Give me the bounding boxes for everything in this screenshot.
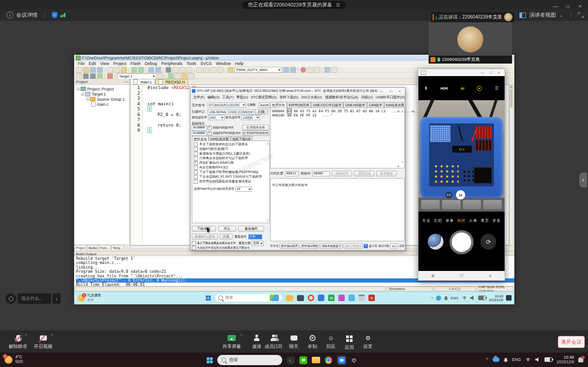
view-mode-selector[interactable]: 演讲者视图 [529, 12, 556, 19]
tab-books[interactable]: Books [87, 245, 98, 250]
start-video-button[interactable]: ^ 开启视频 [29, 334, 57, 350]
tree-item-source-group[interactable]: ⊟Source Group 1 [76, 97, 129, 102]
chat-button[interactable]: 聊天 [285, 334, 302, 350]
stc-menu-edit[interactable]: 编辑(O) [206, 95, 221, 100]
auto-align-button[interactable]: 自动对齐 [332, 171, 352, 176]
debug-icon[interactable] [324, 67, 330, 73]
ring-app-icon[interactable] [308, 295, 314, 301]
nav-recents-icon[interactable]: ≡ [431, 273, 434, 278]
maximize-button[interactable]: □ [563, 3, 573, 9]
shared-battery-icon[interactable] [478, 296, 486, 300]
stc-menu-file[interactable]: 文件(F) [192, 95, 206, 100]
baud-min-select[interactable]: 2400 [208, 115, 225, 120]
bookmark-clear-icon[interactable] [186, 67, 192, 73]
reload-checkbox[interactable] [192, 241, 196, 245]
keil-menu-peripherals[interactable]: Peripherals [159, 61, 184, 66]
panel-collapse-handle[interactable]: ‹ [579, 173, 587, 187]
option-checkbox[interactable] [194, 147, 198, 151]
mic-options-caret[interactable]: ^ [25, 334, 27, 337]
options-icon[interactable] [331, 67, 337, 73]
save-all-icon[interactable] [97, 67, 103, 73]
code-addr-input[interactable]: 0x0000 [192, 125, 207, 130]
shared-cloud-icon[interactable] [436, 296, 441, 301]
keil-menu-project[interactable]: Project [111, 61, 128, 66]
bookmark-prev-icon[interactable] [172, 67, 178, 73]
mode-portrait[interactable]: 人像 [469, 218, 477, 223]
save-data-button[interactable]: 保存数据 [376, 171, 397, 176]
mode-night[interactable]: 夜景 [481, 218, 489, 223]
new-file-icon[interactable] [76, 67, 82, 73]
tray-mic-icon[interactable] [504, 358, 506, 361]
bookmark-next-icon[interactable] [179, 67, 185, 73]
batch-build-icon[interactable] [97, 73, 103, 79]
option-checkbox[interactable] [194, 142, 198, 147]
bookmark-icon[interactable] [165, 67, 171, 73]
uncomment-icon[interactable] [217, 67, 223, 73]
open-icon[interactable] [83, 67, 89, 73]
hex-scroll-up[interactable]: ▲ [401, 109, 404, 112]
speaker-video-tile[interactable]: 2206040239李昊晟 [429, 22, 512, 64]
reactions-button[interactable]: ☺ 回应 [322, 334, 339, 350]
breakpoint-kill-icon[interactable] [314, 67, 320, 73]
stc-menu-forum[interactable]: 视频教学/技术论坛(A) [323, 95, 360, 100]
security-shield-icon[interactable]: ✓ [52, 12, 57, 18]
download-program-button[interactable]: 下载/编程 [192, 226, 216, 232]
flip-camera-button[interactable]: ⟳ [481, 234, 496, 250]
nav-back-icon[interactable]: < [489, 273, 492, 278]
shared-notification-icon[interactable] [506, 295, 512, 301]
translate-icon[interactable] [76, 73, 82, 79]
keil-menu-help[interactable]: Help [233, 61, 246, 66]
banner-menu-icon[interactable]: ☰ [336, 2, 340, 7]
members-button[interactable]: 成员(19) [262, 334, 285, 350]
indent-icon[interactable] [196, 67, 202, 73]
eeprom-addr-input[interactable]: 0x0000 [192, 131, 207, 136]
code-buffer-view[interactable]: 00000h 02 00 03 75 A1 E4 F5 D0 2D 75 81 … [270, 108, 405, 168]
keil-menu-file[interactable]: File [76, 61, 87, 66]
toolbox-app-icon[interactable] [297, 295, 304, 301]
tab-main-c[interactable]: main.c [130, 79, 155, 85]
gallery-app-icon[interactable] [348, 295, 355, 301]
hex-scroll-down[interactable]: ▼ [401, 161, 404, 163]
stc-menu-site[interactable]: STC测试官网(G) [249, 95, 278, 100]
tree-item-target[interactable]: ⊟Target 1 [76, 91, 129, 97]
mode-document[interactable]: 文档 [434, 218, 442, 223]
stc-menu-ui[interactable]: 界面(U) [235, 95, 249, 100]
gallery-thumbnail[interactable] [428, 234, 443, 250]
phone-link-icon[interactable] [318, 295, 324, 301]
navigate-forward-icon[interactable] [155, 67, 161, 73]
breakpoint-icon[interactable] [300, 67, 306, 73]
find-icon[interactable] [283, 67, 289, 73]
option-checkbox-checked[interactable] [194, 161, 198, 165]
navigate-back-icon[interactable] [148, 67, 154, 73]
hex-scroll-right[interactable]: ▶ [398, 165, 399, 167]
hdr-button[interactable]: HDR [440, 86, 448, 90]
comment-icon[interactable] [210, 67, 216, 73]
stc-menu-upgrade[interactable]: 升级(U) [360, 95, 374, 100]
chat-collapse-button[interactable]: ‹ [52, 293, 61, 304]
option-checkbox[interactable] [194, 180, 198, 184]
keil-menu-svcs[interactable]: SVCS [199, 61, 214, 66]
keil-menu-tools[interactable]: Tools [184, 61, 198, 66]
copy-icon[interactable] [114, 67, 120, 73]
autoload-checkbox[interactable] [192, 246, 196, 250]
wifi-icon[interactable] [525, 357, 531, 362]
undo-icon[interactable] [131, 67, 137, 73]
offline-demo-button[interactable]: 脱机下载模拟 [343, 243, 363, 249]
clear-region-button[interactable]: 清空区域 [354, 171, 374, 176]
apps-button[interactable]: 应用 [341, 334, 358, 351]
clock[interactable]: 10:46 2023/12/9 [556, 355, 574, 364]
stc-window-controls[interactable]: — □ × [379, 89, 404, 93]
option-checkbox[interactable] [194, 152, 198, 156]
baud-max-select[interactable]: 115200 [241, 115, 260, 120]
camera-viewfinder[interactable]: STC 0.6 1x [418, 100, 505, 212]
rebuild-icon[interactable] [90, 73, 96, 79]
options-scroll-down[interactable]: ▼ [266, 219, 269, 222]
build-icon[interactable] [83, 73, 89, 79]
outdent-icon[interactable] [203, 67, 209, 73]
video-options-caret[interactable]: ^ [51, 334, 53, 337]
option-checkbox[interactable] [194, 170, 198, 174]
keil-menu-flash[interactable]: Flash [128, 61, 142, 66]
shutter-button[interactable] [449, 230, 474, 254]
phone-window-controls[interactable]: — □ × [481, 71, 502, 75]
manage-dialog-icon[interactable] [189, 73, 195, 79]
